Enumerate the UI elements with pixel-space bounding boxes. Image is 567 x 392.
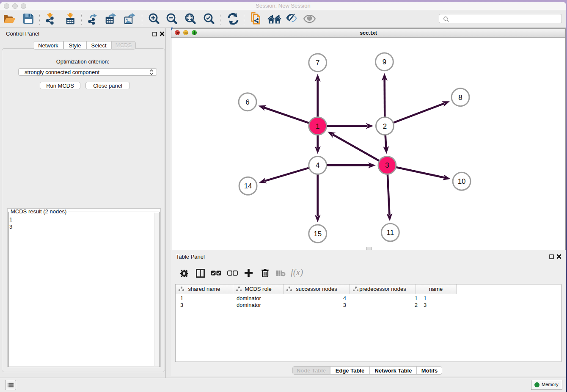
svg-text:11: 11 [387,229,394,237]
svg-text:14: 14 [244,182,252,190]
svg-text:1: 1 [316,122,319,130]
svg-text:15: 15 [314,230,322,238]
svg-text:3: 3 [385,161,389,169]
svg-text:4: 4 [316,161,319,169]
svg-text:10: 10 [458,177,466,185]
svg-text:8: 8 [458,94,462,102]
svg-text:9: 9 [383,58,386,66]
svg-text:7: 7 [316,59,319,67]
svg-text:2: 2 [383,122,387,130]
svg-text:6: 6 [245,98,249,106]
